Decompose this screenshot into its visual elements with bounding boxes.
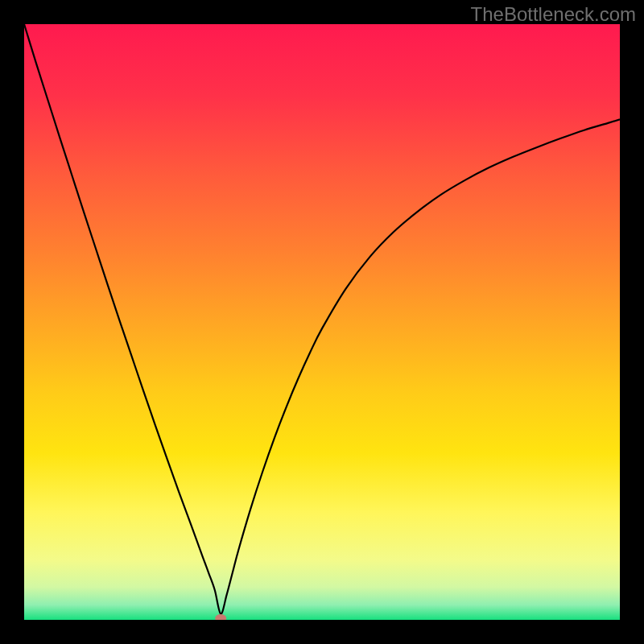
plot-area <box>24 24 620 620</box>
bottleneck-chart <box>24 24 620 620</box>
chart-frame: TheBottleneck.com <box>0 0 644 644</box>
gradient-background <box>24 24 620 620</box>
watermark-text: TheBottleneck.com <box>471 3 636 26</box>
